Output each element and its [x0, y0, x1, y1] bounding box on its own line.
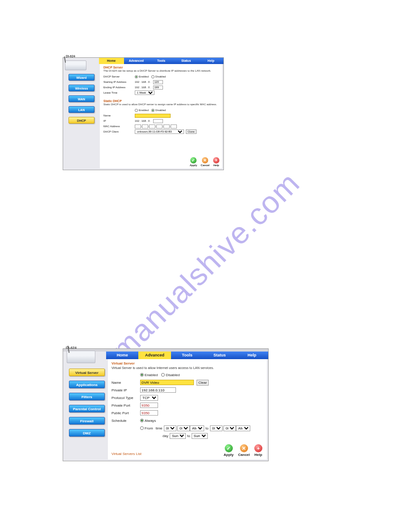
help-button-2[interactable]: + Help	[254, 444, 262, 457]
check-icon: ✓	[190, 157, 197, 163]
cancel-button-2[interactable]: ✕ Cancel	[238, 444, 250, 457]
input-static-ip[interactable]	[153, 119, 163, 123]
sidebar-item-parental[interactable]: Parental Control	[69, 405, 105, 412]
label-private-ip: Private IP	[111, 388, 140, 392]
sidebar-item-applications[interactable]: Applications	[69, 381, 105, 388]
action-buttons: ✓ Apply ✕ Cancel + Help	[190, 157, 219, 167]
label-enabled: Enabled	[139, 75, 149, 78]
sidebar-item-virtual-server[interactable]: Virtual Server	[69, 369, 105, 376]
sidebar-item-wizard[interactable]: Wizard	[68, 74, 94, 81]
clear-button[interactable]: Clear	[197, 380, 209, 386]
section-desc-dhcp: The DI-624 can be setup as a DHCP Server…	[103, 69, 218, 73]
label-mac: MAC Address	[103, 125, 135, 128]
x-icon: ✕	[202, 157, 208, 163]
plus-icon-2: +	[254, 444, 262, 452]
sidebar-item-wireless[interactable]: Wireless	[68, 85, 94, 91]
x-icon-2: ✕	[240, 444, 248, 452]
select-day-2[interactable]: Sun	[192, 433, 208, 439]
radio-always[interactable]	[140, 419, 144, 422]
label-name: Name	[103, 114, 135, 117]
apply-button-2[interactable]: ✓ Apply	[224, 444, 234, 457]
label-static-disabled: Disabled	[155, 109, 166, 112]
radio-dhcp-enabled[interactable]	[135, 75, 138, 78]
router-icon-2	[67, 351, 95, 363]
section-title-vs: Virtual Server	[111, 361, 263, 365]
radio-from[interactable]	[140, 426, 144, 430]
ip-prefix: 192 . 168 . 0 .	[135, 81, 151, 83]
select-day-1[interactable]: Sun	[170, 433, 186, 439]
select-time-h1[interactable]: 00	[164, 425, 176, 431]
select-lease-time[interactable]: 1 Week	[135, 90, 154, 95]
label-private-port: Private Port	[111, 403, 140, 408]
sidebar-item-firewall[interactable]: Firewall	[69, 417, 105, 425]
label-day: day	[163, 434, 168, 438]
label-lease: Lease Time	[103, 91, 135, 94]
ip-prefix-2: 192 . 168 . 0 .	[135, 86, 151, 89]
tab-status-2[interactable]: Status	[203, 352, 235, 359]
sidebar: Wizard Wireless WAN LAN DHCP	[68, 74, 94, 128]
input-private-ip[interactable]	[140, 387, 176, 393]
input-static-name[interactable]	[135, 114, 171, 118]
label-always: Always	[145, 419, 156, 423]
input-mac-1[interactable]	[135, 124, 141, 129]
label-disabled: Disabled	[155, 75, 166, 78]
select-time-m1[interactable]: 00	[177, 425, 190, 431]
sidebar-item-filters[interactable]: Filters	[69, 393, 105, 400]
router-icon	[65, 60, 86, 70]
label-vs-name: Name	[111, 381, 140, 385]
section-desc-static: Static DHCP is used to allow DHCP server…	[103, 103, 218, 106]
tab-help-2[interactable]: Help	[236, 352, 268, 359]
input-mac-5[interactable]	[163, 124, 170, 129]
input-vs-name[interactable]	[140, 380, 194, 385]
ip-prefix-3: 192 . 168 . 0 .	[135, 120, 151, 122]
tab-advanced[interactable]: Advanced	[124, 58, 149, 64]
select-protocol[interactable]: TCP	[140, 395, 158, 401]
radio-dhcp-disabled[interactable]	[151, 75, 154, 78]
label-time: time	[156, 426, 163, 430]
label-public-port: Public Port	[111, 411, 140, 415]
radio-static-enabled[interactable]	[135, 109, 138, 112]
input-mac-2[interactable]	[142, 124, 148, 129]
tab-home-2[interactable]: Home	[106, 352, 138, 359]
apply-button[interactable]: ✓ Apply	[190, 157, 197, 167]
label-start-ip: Starting IP Address	[103, 81, 135, 83]
sidebar-item-dmz[interactable]: DMZ	[69, 429, 105, 437]
label-to-2: to	[187, 434, 190, 438]
tab-home[interactable]: Home	[99, 58, 124, 64]
radio-static-disabled[interactable]	[151, 109, 154, 112]
sidebar-2: Virtual Server Applications Filters Pare…	[69, 369, 105, 441]
check-icon-2: ✓	[225, 444, 233, 452]
select-time-m2[interactable]: 00	[223, 425, 236, 431]
input-public-port[interactable]	[140, 410, 158, 416]
sidebar-item-wan[interactable]: WAN	[68, 95, 94, 102]
select-time-ampm1[interactable]: AM	[190, 425, 204, 431]
radio-vs-enabled[interactable]	[140, 373, 144, 377]
section-desc-vs: Virtual Server is used to allow Internet…	[111, 366, 263, 370]
sidebar-item-dhcp[interactable]: DHCP	[68, 117, 94, 124]
sidebar-item-lan[interactable]: LAN	[68, 106, 94, 113]
input-start-ip[interactable]	[153, 80, 163, 84]
tab-help[interactable]: Help	[198, 58, 223, 64]
clone-button[interactable]: Clone	[186, 129, 197, 134]
tab-tools-2[interactable]: Tools	[171, 352, 203, 359]
help-button[interactable]: + Help	[213, 157, 219, 167]
input-private-port[interactable]	[140, 403, 158, 408]
label-schedule: Schedule	[111, 419, 140, 423]
input-end-ip[interactable]	[153, 86, 163, 90]
label-from: From	[145, 426, 153, 430]
select-time-h2[interactable]: 00	[210, 425, 223, 431]
tab-status[interactable]: Status	[174, 58, 199, 64]
input-mac-4[interactable]	[156, 124, 163, 129]
label-static-enabled: Enabled	[139, 109, 149, 112]
plus-icon: +	[213, 157, 219, 163]
input-mac-3[interactable]	[149, 124, 155, 129]
section-title-static: Static DHCP	[103, 99, 218, 103]
select-dhcp-client[interactable]: unknown,00-11-D8-F3-92-B3	[135, 129, 184, 134]
tab-tools[interactable]: Tools	[149, 58, 174, 64]
input-mac-6[interactable]	[171, 124, 177, 129]
tab-advanced-2[interactable]: Advanced	[138, 352, 171, 359]
radio-vs-disabled[interactable]	[161, 373, 165, 377]
panel-virtual-server: DI-624 Home Advanced Tools Status Help V…	[63, 348, 269, 461]
select-time-ampm2[interactable]: AM	[236, 425, 250, 431]
cancel-button[interactable]: ✕ Cancel	[201, 157, 210, 167]
